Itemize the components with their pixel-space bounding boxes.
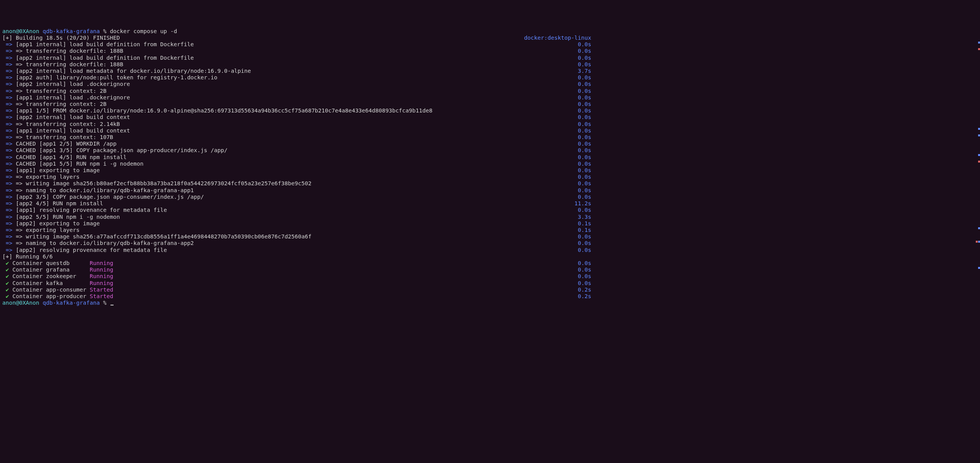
step-text: [app2 internal] load metadata for docker… bbox=[16, 68, 251, 74]
arrow-icon: => bbox=[2, 101, 16, 107]
terminal-line: ✔ Container grafana Running0.0s bbox=[2, 267, 591, 273]
terminal-output[interactable]: anon@0XAnon qdb-kafka-grafana % docker c… bbox=[2, 28, 978, 307]
terminal-line: => => exporting layers0.0s bbox=[2, 174, 591, 180]
step-time: 0.0s bbox=[578, 101, 591, 107]
step-text: [app1 internal] load build definition fr… bbox=[16, 41, 194, 47]
prompt-separator: % bbox=[103, 300, 107, 306]
step-text: => transferring context: 2B bbox=[16, 101, 107, 107]
step-time: 0.0s bbox=[578, 121, 591, 127]
arrow-icon: => bbox=[2, 41, 16, 47]
terminal-line: => [app1 internal] load build definition… bbox=[2, 41, 591, 48]
terminal-line: anon@0XAnon qdb-kafka-grafana % bbox=[2, 300, 591, 306]
step-text: [app2] resolving provenance for metadata… bbox=[16, 247, 167, 253]
container-name: Container zookeeper bbox=[12, 273, 90, 279]
terminal-line: => [app1] resolving provenance for metad… bbox=[2, 207, 591, 213]
terminal-line: => [app2 4/5] RUN npm install11.2s bbox=[2, 200, 591, 207]
check-icon: ✔ bbox=[2, 267, 12, 273]
step-text: => transferring dockerfile: 188B bbox=[16, 48, 123, 54]
arrow-icon: => bbox=[2, 174, 16, 180]
step-time: 0.1s bbox=[578, 220, 591, 227]
step-time: 0.0s bbox=[578, 127, 591, 134]
step-text: => transferring dockerfile: 188B bbox=[16, 61, 123, 67]
running-header: [+] Running 6/6 bbox=[2, 253, 53, 260]
terminal-line: => [app2] exporting to image0.1s bbox=[2, 220, 591, 227]
step-time: 0.0s bbox=[578, 167, 591, 174]
step-text: => transferring context: 107B bbox=[16, 134, 113, 140]
terminal-line: => => transferring context: 2B0.0s bbox=[2, 101, 591, 107]
step-time: 0.0s bbox=[578, 240, 591, 247]
step-text: CACHED [app1 2/5] WORKDIR /app bbox=[16, 141, 117, 147]
terminal-line: anon@0XAnon qdb-kafka-grafana % docker c… bbox=[2, 28, 591, 35]
terminal-line: => CACHED [app1 2/5] WORKDIR /app0.0s bbox=[2, 141, 591, 147]
terminal-line: => [app2 auth] library/node:pull token f… bbox=[2, 74, 591, 81]
step-time: 0.0s bbox=[578, 187, 591, 194]
step-text: [app1] resolving provenance for metadata… bbox=[16, 207, 167, 213]
arrow-icon: => bbox=[2, 187, 16, 193]
step-text: [app2 internal] load build context bbox=[16, 114, 130, 120]
container-name: Container grafana bbox=[12, 267, 90, 273]
terminal-line: => CACHED [app1 5/5] RUN npm i -g nodemo… bbox=[2, 161, 591, 167]
build-header: [+] Building 18.5s (20/20) FINISHED bbox=[2, 35, 120, 41]
step-time: 0.0s bbox=[578, 207, 591, 213]
container-time: 0.2s bbox=[578, 293, 591, 300]
step-time: 3.3s bbox=[578, 214, 591, 220]
arrow-icon: => bbox=[2, 61, 16, 67]
check-icon: ✔ bbox=[2, 280, 12, 286]
step-time: 0.0s bbox=[578, 41, 591, 48]
step-time: 0.0s bbox=[578, 147, 591, 154]
container-name: Container kafka bbox=[12, 280, 90, 286]
arrow-icon: => bbox=[2, 94, 16, 101]
terminal-line: => => naming to docker.io/library/qdb-ka… bbox=[2, 187, 591, 194]
step-time: 0.0s bbox=[578, 247, 591, 253]
container-status: Running bbox=[90, 260, 113, 266]
step-time: 0.0s bbox=[578, 48, 591, 54]
cursor-icon bbox=[110, 305, 114, 305]
step-time: 0.0s bbox=[578, 74, 591, 81]
step-time: 0.0s bbox=[578, 194, 591, 200]
terminal-line: => => transferring context: 107B0.0s bbox=[2, 134, 591, 141]
step-text: [app2 auth] library/node:pull token for … bbox=[16, 74, 217, 81]
terminal-line: => => transferring dockerfile: 188B0.0s bbox=[2, 48, 591, 54]
step-text: => exporting layers bbox=[16, 227, 80, 233]
terminal-line: [+] Building 18.5s (20/20) FINISHEDdocke… bbox=[2, 35, 591, 41]
step-time: 0.0s bbox=[578, 141, 591, 147]
step-text: => transferring context: 2.14kB bbox=[16, 121, 120, 127]
container-name: Container app-consumer bbox=[12, 287, 90, 293]
terminal-line: => [app2 5/5] RUN npm i -g nodemon3.3s bbox=[2, 214, 591, 220]
container-status: Started bbox=[90, 293, 113, 299]
container-time: 0.0s bbox=[578, 267, 591, 273]
terminal-line: => [app2 3/5] COPY package.json app-cons… bbox=[2, 194, 591, 200]
container-name: Container app-producer bbox=[12, 293, 90, 299]
step-time: 0.0s bbox=[578, 88, 591, 94]
step-text: CACHED [app1 3/5] COPY package.json app-… bbox=[16, 147, 227, 153]
step-time: 0.0s bbox=[578, 180, 591, 187]
terminal-line: => [app2 internal] load metadata for doc… bbox=[2, 68, 591, 74]
step-text: => naming to docker.io/library/qdb-kafka… bbox=[16, 187, 194, 193]
container-status: Running bbox=[90, 280, 113, 286]
arrow-icon: => bbox=[2, 48, 16, 54]
arrow-icon: => bbox=[2, 114, 16, 120]
step-time: 0.0s bbox=[578, 233, 591, 240]
arrow-icon: => bbox=[2, 88, 16, 94]
arrow-icon: => bbox=[2, 107, 16, 114]
arrow-icon: => bbox=[2, 147, 16, 153]
container-time: 0.0s bbox=[578, 280, 591, 287]
step-time: 0.0s bbox=[578, 174, 591, 180]
terminal-line: => [app2 internal] load build context0.0… bbox=[2, 114, 591, 121]
terminal-line: => => exporting layers0.1s bbox=[2, 227, 591, 233]
arrow-icon: => bbox=[2, 194, 16, 200]
command-text: docker compose up -d bbox=[110, 28, 177, 34]
step-text: [app2 4/5] RUN npm install bbox=[16, 200, 103, 206]
arrow-icon: => bbox=[2, 180, 16, 186]
terminal-line: ✔ Container kafka Running0.0s bbox=[2, 280, 591, 287]
step-text: [app2 internal] load .dockerignore bbox=[16, 81, 130, 87]
terminal-line: => [app2 internal] load .dockerignore0.0… bbox=[2, 81, 591, 87]
step-text: => writing image sha256:b80aef2ecfb88bb3… bbox=[16, 180, 311, 186]
arrow-icon: => bbox=[2, 233, 16, 240]
terminal-line: => [app2] resolving provenance for metad… bbox=[2, 247, 591, 253]
terminal-line: => [app1 internal] load .dockerignore0.0… bbox=[2, 94, 591, 101]
terminal-line: => CACHED [app1 3/5] COPY package.json a… bbox=[2, 147, 591, 154]
step-text: CACHED [app1 5/5] RUN npm i -g nodemon bbox=[16, 161, 144, 167]
prompt-dir: qdb-kafka-grafana bbox=[43, 28, 100, 34]
arrow-icon: => bbox=[2, 161, 16, 167]
